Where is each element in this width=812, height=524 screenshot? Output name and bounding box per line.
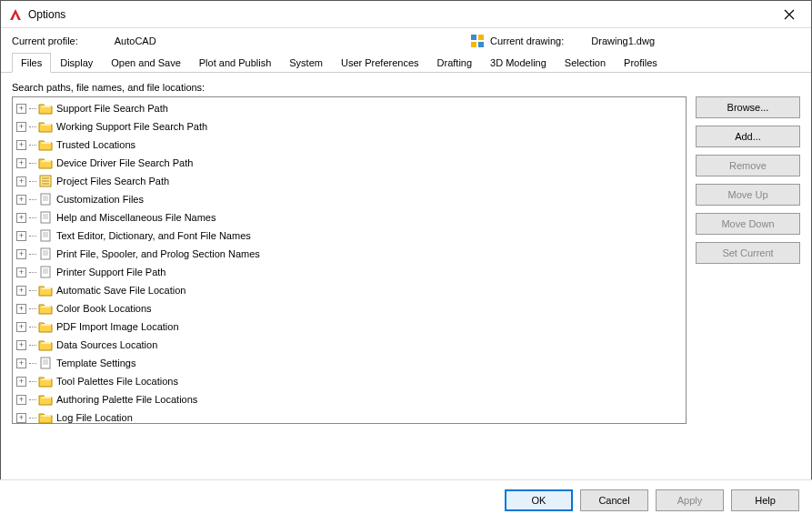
section-label: Search paths, file names, and file locat… [12,82,800,93]
svg-rect-10 [471,42,476,47]
profile-value: AutoCAD [115,35,156,46]
tree-item[interactable]: +Device Driver File Search Path [13,154,686,172]
tree-item-label: Text Editor, Dictionary, and Font File N… [56,230,251,241]
tabs: FilesDisplayOpen and SavePlot and Publis… [1,52,811,73]
project-icon [38,175,53,187]
tree-item[interactable]: +Log File Location [13,408,686,424]
tree-item[interactable]: +Printer Support File Path [13,263,686,281]
tree-item[interactable]: +Help and Miscellaneous File Names [13,208,686,227]
svg-rect-9 [478,35,484,40]
tree-item-label: Support File Search Path [56,103,168,114]
tab-3d-modeling[interactable]: 3D Modeling [481,53,556,73]
folder-icon [38,393,53,406]
tree-item-label: Device Driver File Search Path [56,157,193,168]
tree-item[interactable]: +Project Files Search Path [13,172,686,190]
tree-item-label: Printer Support File Path [56,267,165,277]
file-icon [38,247,53,260]
folder-icon [38,338,53,351]
folder-icon [38,302,53,315]
tree-item[interactable]: +Print File, Spooler, and Prolog Section… [13,245,686,263]
expand-icon[interactable]: + [16,286,26,296]
file-icon [38,357,53,369]
tree-item[interactable]: +Data Sources Location [13,336,686,354]
expand-icon[interactable]: + [16,358,26,368]
app-icon [8,7,23,22]
expand-icon[interactable]: + [16,158,26,168]
tree-item[interactable]: +PDF Import Image Location [13,317,686,336]
expand-icon[interactable]: + [16,267,26,277]
drawing-icon [470,34,485,48]
tree-item-label: Tool Palettes File Locations [56,376,178,387]
tree-item-label: Project Files Search Path [56,176,169,186]
tree-item[interactable]: +Template Settings [13,354,686,372]
expand-icon[interactable]: + [16,304,26,314]
tree-item-label: Print File, Spooler, and Prolog Section … [56,248,260,259]
tab-selection[interactable]: Selection [556,53,615,73]
drawing-label: Current drawing: [490,35,564,46]
expand-icon[interactable]: + [16,195,26,205]
close-button[interactable] [768,1,809,27]
expand-icon[interactable]: + [16,140,26,150]
add-button[interactable]: Add... [696,126,800,147]
folder-icon [38,320,53,333]
expand-icon[interactable]: + [16,213,26,223]
help-button[interactable]: Help [731,489,799,511]
move-up-button[interactable]: Move Up [696,184,800,206]
tree-item-label: Color Book Locations [56,303,152,314]
tree-item[interactable]: +Customization Files [13,190,686,208]
expand-icon[interactable]: + [16,377,26,387]
info-row: Current profile: AutoCAD Current drawing… [1,28,811,52]
tab-files[interactable]: Files [12,53,51,73]
tree-item[interactable]: +Text Editor, Dictionary, and Font File … [13,227,686,245]
folder-icon [38,156,53,169]
folder-icon [38,375,53,388]
folder-icon [38,138,53,151]
folder-icon [38,102,53,115]
file-icon [38,211,53,224]
tree-item-label: Help and Miscellaneous File Names [56,212,216,223]
set-current-button[interactable]: Set Current [696,242,800,264]
folder-icon [38,120,53,133]
expand-icon[interactable]: + [16,322,26,332]
tree-container[interactable]: +Support File Search Path+Working Suppor… [12,96,687,424]
expand-icon[interactable]: + [16,122,26,132]
expand-icon[interactable]: + [16,340,26,350]
svg-rect-11 [478,42,484,47]
file-icon [38,266,53,278]
tab-drafting[interactable]: Drafting [428,53,482,73]
svg-rect-8 [471,35,476,40]
remove-button[interactable]: Remove [696,155,800,176]
tree-item-label: PDF Import Image Location [56,321,179,332]
tab-profiles[interactable]: Profiles [615,53,667,73]
tree-item[interactable]: +Authoring Palette File Locations [13,390,686,408]
tab-display[interactable]: Display [51,53,102,73]
file-icon [38,193,53,206]
tree-item[interactable]: +Tool Palettes File Locations [13,372,686,390]
expand-icon[interactable]: + [16,413,26,423]
apply-button[interactable]: Apply [656,489,724,511]
tab-plot-and-publish[interactable]: Plot and Publish [190,53,281,73]
tab-user-preferences[interactable]: User Preferences [332,53,428,73]
expand-icon[interactable]: + [16,231,26,241]
expand-icon[interactable]: + [16,104,26,114]
cancel-button[interactable]: Cancel [580,489,648,511]
expand-icon[interactable]: + [16,176,26,186]
tree-item[interactable]: +Automatic Save File Location [13,281,686,299]
expand-icon[interactable]: + [16,395,26,405]
tree-item-label: Trusted Locations [56,139,135,150]
tab-open-and-save[interactable]: Open and Save [102,53,189,73]
tree-item[interactable]: +Working Support File Search Path [13,117,686,136]
move-down-button[interactable]: Move Down [696,213,800,235]
tab-content-files: Search paths, file names, and file locat… [1,73,811,433]
tab-system[interactable]: System [280,53,332,73]
tree-item[interactable]: +Support File Search Path [13,99,686,117]
tree-item[interactable]: +Trusted Locations [13,136,686,154]
expand-icon[interactable]: + [16,249,26,259]
tree-item-label: Automatic Save File Location [56,285,185,296]
bottom-bar: OK Cancel Apply Help [0,479,812,524]
browse-button[interactable]: Browse... [696,96,800,118]
ok-button[interactable]: OK [505,489,573,511]
tree-item[interactable]: +Color Book Locations [13,299,686,317]
folder-icon [38,284,53,297]
folder-icon [38,411,53,424]
